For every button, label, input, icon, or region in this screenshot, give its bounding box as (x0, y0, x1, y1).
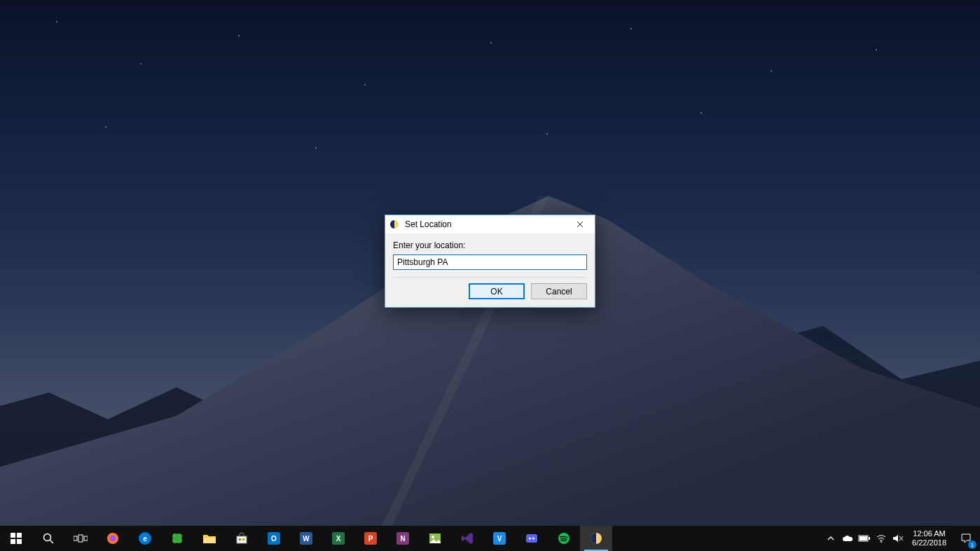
taskbar: eOWXPNV 12:06 AM 6/22/2018 1 (0, 526, 980, 551)
set-location-dialog: Set Location Enter your location: OK Can… (385, 215, 595, 308)
taskbar-outlook-icon[interactable]: O (258, 526, 290, 551)
taskbar-file-explorer-icon[interactable] (193, 526, 226, 551)
system-tray: 12:06 AM 6/22/2018 1 (822, 526, 980, 551)
svg-rect-27 (869, 537, 870, 540)
svg-rect-3 (11, 539, 15, 544)
taskbar-microsoft-store-icon[interactable] (226, 526, 258, 551)
svg-rect-1 (11, 533, 15, 538)
svg-rect-18 (242, 538, 244, 540)
clock-time: 12:06 AM (913, 529, 945, 538)
svg-point-5 (44, 534, 51, 541)
taskbar-firefox-icon[interactable] (97, 526, 129, 551)
location-label: Enter your location: (393, 240, 587, 250)
taskbar-visual-studio-icon[interactable] (451, 526, 483, 551)
separator (393, 277, 587, 278)
svg-rect-4 (17, 539, 22, 544)
svg-rect-15 (203, 538, 216, 543)
dialog-title: Set Location (403, 219, 565, 229)
clock[interactable]: 12:06 AM 6/22/2018 (906, 529, 952, 547)
notification-badge: 1 (968, 540, 976, 549)
svg-point-10 (110, 536, 116, 541)
tray-overflow-icon[interactable] (822, 526, 839, 551)
taskbar-image-viewer-icon[interactable] (419, 526, 451, 551)
taskbar-spotify-icon[interactable] (548, 526, 580, 551)
svg-rect-21 (526, 534, 537, 543)
dialog-body: Enter your location: OK Cancel (385, 234, 595, 307)
svg-rect-16 (237, 536, 247, 543)
svg-rect-17 (239, 538, 241, 540)
taskbar-task-view-icon[interactable] (64, 526, 97, 551)
taskbar-edge-icon[interactable]: e (129, 526, 161, 551)
close-button[interactable] (565, 215, 595, 234)
location-input[interactable] (393, 254, 587, 270)
taskbar-onenote-icon[interactable]: N (387, 526, 419, 551)
app-icon (385, 215, 403, 233)
taskbar-excel-icon[interactable]: X (322, 526, 354, 551)
svg-rect-8 (84, 536, 88, 540)
svg-point-22 (529, 538, 531, 540)
svg-rect-2 (17, 533, 22, 538)
svg-point-14 (177, 538, 182, 543)
svg-rect-6 (74, 536, 77, 540)
taskbar-discord-icon[interactable] (516, 526, 548, 551)
battery-icon[interactable] (856, 526, 873, 551)
cancel-button[interactable]: Cancel (531, 283, 587, 299)
taskbar-clover-icon[interactable] (161, 526, 193, 551)
svg-point-29 (881, 541, 882, 543)
svg-rect-28 (860, 536, 867, 540)
svg-point-23 (532, 538, 534, 540)
volume-muted-icon[interactable] (890, 526, 906, 551)
dialog-titlebar[interactable]: Set Location (385, 215, 595, 234)
clock-date: 6/22/2018 (912, 538, 946, 547)
action-center-icon[interactable]: 1 (952, 526, 980, 551)
svg-rect-7 (78, 535, 83, 542)
ok-button[interactable]: OK (469, 283, 525, 299)
taskbar-flux-icon[interactable] (580, 526, 612, 551)
taskbar-powerpoint-icon[interactable]: P (354, 526, 387, 551)
taskbar-vnc-icon[interactable]: V (483, 526, 516, 551)
svg-point-20 (432, 536, 434, 538)
wifi-icon[interactable] (873, 526, 890, 551)
onedrive-icon[interactable] (839, 526, 856, 551)
taskbar-start-icon[interactable] (0, 526, 32, 551)
taskbar-word-icon[interactable]: W (290, 526, 322, 551)
taskbar-search-icon[interactable] (32, 526, 64, 551)
